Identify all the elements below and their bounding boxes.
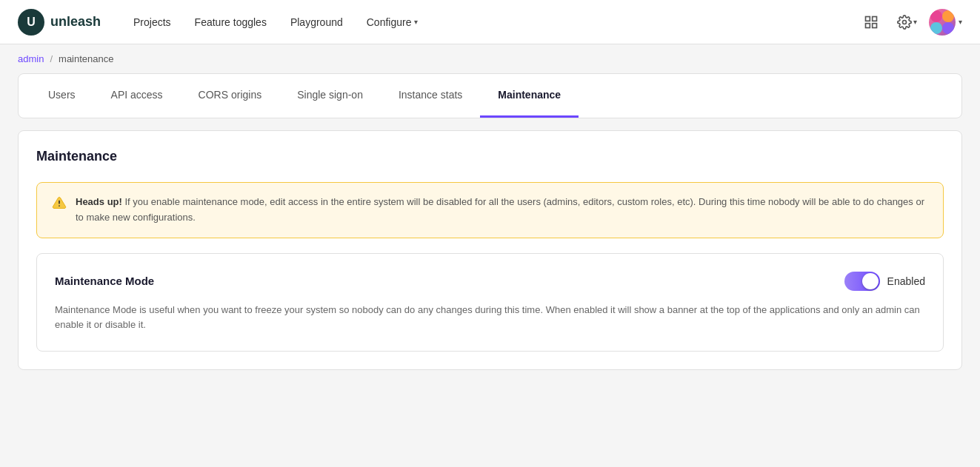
tab-users[interactable]: Users bbox=[30, 74, 93, 118]
settings-button[interactable]: ▾ bbox=[893, 9, 920, 36]
nav-configure[interactable]: Configure ▾ bbox=[358, 10, 427, 34]
svg-rect-8 bbox=[942, 22, 954, 34]
tab-maintenance[interactable]: Maintenance bbox=[480, 74, 579, 118]
settings-chevron-icon: ▾ bbox=[913, 18, 917, 26]
svg-rect-3 bbox=[873, 23, 877, 27]
tabs-card: Users API access CORS origins Single sig… bbox=[18, 73, 962, 118]
breadcrumb: admin / maintenance bbox=[0, 44, 980, 73]
warning-body: If you enable maintenance mode, edit acc… bbox=[76, 196, 924, 223]
svg-point-4 bbox=[902, 20, 906, 24]
logo-letter: U bbox=[27, 16, 36, 29]
maintenance-toggle[interactable] bbox=[844, 272, 880, 291]
svg-rect-6 bbox=[942, 10, 954, 22]
main-nav: Projects Feature toggles Playground Conf… bbox=[124, 10, 858, 34]
content-card: Maintenance Heads up! If you enable main… bbox=[18, 130, 962, 370]
user-menu[interactable]: ▾ bbox=[929, 9, 962, 36]
mode-box: Maintenance Mode Enabled Maintenance Mod… bbox=[36, 253, 944, 352]
nav-playground[interactable]: Playground bbox=[281, 10, 352, 34]
header: U unleash Projects Feature toggles Playg… bbox=[0, 0, 980, 44]
tab-single-sign-on[interactable]: Single sign-on bbox=[279, 74, 381, 118]
toggle-label: Enabled bbox=[887, 275, 925, 287]
svg-rect-7 bbox=[930, 22, 942, 34]
mode-header: Maintenance Mode Enabled bbox=[55, 272, 925, 291]
tab-instance-stats[interactable]: Instance stats bbox=[381, 74, 480, 118]
header-right: ▾ ▾ bbox=[858, 9, 962, 36]
tabs: Users API access CORS origins Single sig… bbox=[19, 74, 961, 118]
svg-rect-2 bbox=[866, 23, 870, 27]
warning-bold: Heads up! bbox=[76, 196, 122, 207]
tab-cors-origins[interactable]: CORS origins bbox=[181, 74, 280, 118]
mode-title: Maintenance Mode bbox=[55, 275, 154, 287]
svg-rect-5 bbox=[930, 10, 942, 22]
svg-rect-0 bbox=[866, 16, 870, 21]
user-chevron-icon: ▾ bbox=[959, 18, 962, 26]
mode-description: Maintenance Mode is useful when you want… bbox=[55, 303, 925, 334]
avatar bbox=[929, 9, 956, 36]
toggle-knob bbox=[862, 273, 879, 289]
configure-chevron-icon: ▾ bbox=[414, 18, 418, 26]
breadcrumb-current: maintenance bbox=[59, 53, 113, 64]
warning-text: Heads up! If you enable maintenance mode… bbox=[76, 195, 928, 226]
docs-button[interactable] bbox=[858, 9, 884, 36]
nav-feature-toggles[interactable]: Feature toggles bbox=[186, 10, 276, 34]
logo[interactable]: U unleash bbox=[18, 9, 101, 36]
main-content: Users API access CORS origins Single sig… bbox=[0, 73, 980, 388]
warning-icon bbox=[52, 195, 67, 214]
nav-projects[interactable]: Projects bbox=[124, 10, 180, 34]
breadcrumb-separator: / bbox=[50, 53, 53, 64]
section-title: Maintenance bbox=[36, 149, 944, 164]
toggle-area: Enabled bbox=[844, 272, 925, 291]
warning-box: Heads up! If you enable maintenance mode… bbox=[36, 182, 944, 238]
brand-name: unleash bbox=[50, 14, 101, 30]
breadcrumb-admin-link[interactable]: admin bbox=[18, 53, 44, 64]
svg-rect-1 bbox=[873, 16, 877, 21]
tab-api-access[interactable]: API access bbox=[93, 74, 181, 118]
logo-icon: U bbox=[18, 9, 44, 36]
